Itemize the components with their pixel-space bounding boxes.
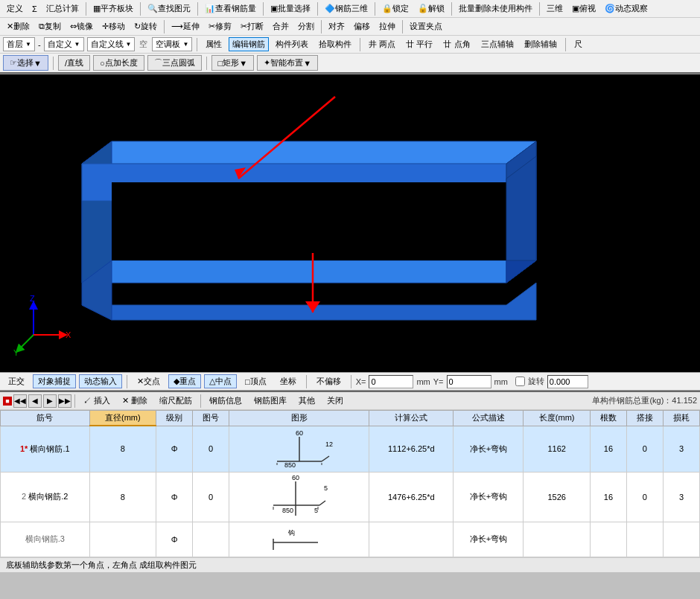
btn-3d-view[interactable]: 三维	[543, 1, 567, 16]
btn-parallel[interactable]: 廿 平行	[402, 37, 436, 51]
btn-lock[interactable]: 🔒 锁定	[378, 1, 413, 16]
btn-set-grip[interactable]: 设置夹点	[406, 19, 446, 33]
y-input[interactable]	[447, 375, 491, 388]
btn-delete-aux[interactable]: 删除辅轴	[521, 37, 561, 51]
separator-6	[375, 2, 375, 16]
btn-close[interactable]: 关闭	[322, 394, 349, 408]
btn-flat-slab[interactable]: ▦ 平齐板块	[89, 1, 137, 16]
btn-rebar-3d[interactable]: 🔷 钢筋三维	[321, 1, 372, 16]
btn-batch-select[interactable]: ▣ 批量选择	[267, 1, 314, 16]
btn-unlock[interactable]: 🔓 解锁	[414, 1, 448, 16]
btn-point-length[interactable]: ○ 点加长度	[93, 55, 144, 71]
nav-first[interactable]: ◀◀	[13, 394, 27, 408]
btn-two-point[interactable]: 井 两点	[365, 37, 399, 51]
btn-dynamic-input[interactable]: 动态输入	[79, 374, 122, 388]
btn-define[interactable]: 定义	[3, 1, 27, 16]
svg-marker-2	[82, 260, 536, 283]
btn-object-snap[interactable]: 对象捕捉	[33, 374, 76, 388]
btn-rotate[interactable]: ↻ 旋转	[130, 19, 161, 33]
dropdown-layer[interactable]: 首层▼	[3, 37, 35, 51]
btn-extend[interactable]: ⟶ 延伸	[168, 19, 203, 33]
dropdown-layer-type[interactable]: 自定义▼	[44, 37, 84, 51]
table-row[interactable]: 横向钢筋.3 Φ 钩 净长+弯钩	[1, 522, 700, 557]
nav-next[interactable]: ▶	[43, 394, 57, 408]
separator-7	[451, 2, 452, 16]
btn-sigma[interactable]: Σ	[28, 3, 41, 15]
separator-2	[140, 2, 141, 16]
dropdown-element[interactable]: 空调板▼	[152, 37, 192, 51]
btn-point-angle[interactable]: 廿 点角	[439, 37, 474, 51]
btn-edit-rebar[interactable]: 编辑钢筋	[229, 37, 269, 51]
btn-midpoint[interactable]: ◆ 重点	[168, 374, 201, 388]
btn-calc[interactable]: 汇总计算	[42, 1, 83, 16]
btn-split[interactable]: 分割	[294, 19, 318, 33]
btn-smart-layout[interactable]: ✦ 智能布置 ▼	[257, 55, 318, 71]
btn-dynamic-view[interactable]: 🌀 动态观察	[601, 1, 652, 16]
weight-label: 单构件钢筋总重(kg)：41.152	[592, 395, 697, 406]
status-bar: 正交 对象捕捉 动态输入 ✕ 交点 ◆ 重点 △ 中点 □ 顶点 坐标 不偏移 …	[0, 372, 700, 391]
cell-splice: 0	[626, 472, 663, 522]
btn-other[interactable]: 其他	[293, 394, 320, 408]
nav-prev[interactable]: ◀	[28, 394, 42, 408]
col-header-fignum: 图号	[193, 411, 229, 426]
btn-merge[interactable]: 合并	[269, 19, 293, 33]
btn-delete-row[interactable]: ✕ 删除	[117, 394, 153, 408]
btn-vertex[interactable]: □ 顶点	[240, 374, 272, 388]
btn-move[interactable]: ✛ 移动	[98, 19, 129, 33]
btn-intersection[interactable]: ✕ 交点	[132, 374, 165, 388]
btn-top-view[interactable]: ▣ 俯视	[568, 1, 599, 16]
col-header-splice: 搭接	[626, 411, 663, 426]
col-header-formula: 计算公式	[369, 411, 454, 426]
btn-delete[interactable]: ✕ 删除	[3, 19, 34, 33]
btn-coord[interactable]: 坐标	[275, 374, 302, 388]
cell-count	[590, 522, 626, 557]
table-row[interactable]: 2 横向钢筋.2 8 Φ 0 60 5	[1, 472, 700, 522]
btn-element-list[interactable]: 构件列表	[272, 37, 312, 51]
col-header-id: 筋号	[1, 411, 90, 426]
cell-shape: 60 12 850	[229, 426, 369, 472]
cell-length	[524, 522, 591, 557]
btn-copy[interactable]: ⧉ 复制	[35, 19, 65, 33]
btn-rebar-lib[interactable]: 钢筋图库	[249, 394, 292, 408]
btn-three-arc[interactable]: ⌒ 三点圆弧	[147, 55, 202, 71]
btn-trim[interactable]: ✂ 修剪	[205, 19, 235, 33]
cell-waste: 3	[663, 472, 699, 522]
btn-pick-element[interactable]: 拾取构件	[315, 37, 355, 51]
btn-mirror[interactable]: ⇔ 镜像	[66, 19, 97, 33]
btn-rebar-info[interactable]: 钢筋信息	[204, 394, 247, 408]
panel-close-btn[interactable]: ■	[3, 397, 12, 406]
btn-property[interactable]: 属性	[202, 37, 226, 51]
cell-shape-3: 钩	[229, 522, 369, 557]
rotate-check[interactable]	[515, 377, 525, 386]
btn-find-element[interactable]: 🔍 查找图元	[144, 1, 194, 16]
btn-line[interactable]: / 直线	[58, 55, 90, 71]
viewport-3d[interactable]: Z X Y	[0, 74, 700, 372]
dropdown-line-type[interactable]: 自定义线▼	[87, 37, 136, 51]
btn-orthogonal[interactable]: 正交	[3, 374, 30, 388]
btn-select[interactable]: ☞ 选择 ▼	[3, 55, 48, 71]
col-header-shape: 图形	[229, 411, 369, 426]
btn-offset[interactable]: 偏移	[350, 19, 374, 33]
btn-batch-delete[interactable]: 批量删除未使用构件	[455, 1, 536, 16]
btn-insert[interactable]: ↙ 插入	[78, 394, 115, 408]
btn-scale-rebar[interactable]: 缩尺配筋	[154, 394, 197, 408]
btn-ruler[interactable]: 尺	[570, 37, 586, 51]
btn-three-point-aux[interactable]: 三点辅轴	[477, 37, 518, 51]
btn-break[interactable]: ✂ 打断	[237, 19, 267, 33]
rotate-label: 旋转	[528, 376, 544, 387]
table-row[interactable]: 1* 横向钢筋.1 8 Φ 0 60 12	[1, 426, 700, 472]
btn-center[interactable]: △ 中点	[204, 374, 237, 388]
toolbar-row-1: 定义 Σ 汇总计算 ▦ 平齐板块 🔍 查找图元 📊 查看钢筋量 ▣ 批量选择 🔷…	[0, 0, 700, 18]
btn-view-rebar[interactable]: 📊 查看钢筋量	[201, 1, 260, 16]
data-table-container: 筋号 直径(mm) 级别 图号 图形 计算公式 公式描述 长度(mm) 根数 搭…	[0, 410, 700, 557]
nav-last[interactable]: ▶▶	[58, 394, 71, 408]
svg-text:Y: Y	[13, 348, 19, 357]
btn-rect[interactable]: □ 矩形 ▼	[211, 55, 255, 71]
btn-no-offset[interactable]: 不偏移	[311, 374, 346, 388]
rotate-input[interactable]	[547, 375, 588, 388]
col-header-diameter[interactable]: 直径(mm)	[89, 411, 156, 426]
btn-align[interactable]: 对齐	[325, 19, 349, 33]
x-input[interactable]	[369, 375, 413, 388]
btn-stretch[interactable]: 拉伸	[375, 19, 399, 33]
toolbar-row-4: ☞ 选择 ▼ / 直线 ○ 点加长度 ⌒ 三点圆弧 □ 矩形 ▼ ✦ 智能布置 …	[0, 54, 700, 74]
